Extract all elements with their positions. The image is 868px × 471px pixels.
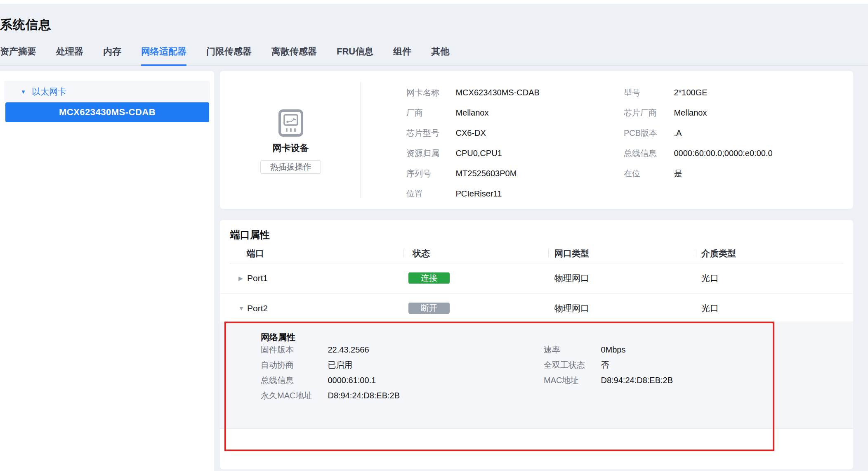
sidebar-group-ethernet[interactable]: ▼ 以太网卡 [4, 81, 210, 102]
property-value: MCX623430MS-CDAB [455, 83, 539, 103]
network-props-left: 固件版本 22.43.2566 自动协商 已启用 总线信息 0000:61:00… [261, 342, 400, 403]
property-value: 已启用 [328, 357, 352, 373]
property-value: 22.43.2566 [328, 342, 369, 357]
property-value: 0000:60:00.0;0000:e0:00.0 [674, 143, 772, 163]
property-value: D8:94:24:D8:EB:2B [601, 373, 673, 388]
page-title: 系统信息 [0, 17, 51, 33]
property-label: PCB版本 [624, 123, 672, 143]
property-row: 序列号 MT2525603P0M [406, 163, 540, 184]
property-row: 资源归属 CPU0,CPU1 [406, 143, 540, 163]
tab-item[interactable]: 资产摘要 [0, 43, 36, 65]
port-status-cell: 断开 [408, 293, 450, 323]
adapter-props-left: 网卡名称 MCX623430MS-CDAB 厂商 Mellanox 芯片型号 C… [406, 83, 540, 204]
expander-icon: ▶ [238, 263, 243, 293]
port-row[interactable]: ▶ Port1 连接 物理网口 光口 [220, 263, 853, 293]
tab-item[interactable]: FRU信息 [337, 43, 373, 65]
status-badge: 断开 [408, 303, 450, 314]
tab-item[interactable]: 网络适配器 [141, 43, 186, 66]
property-label: 永久MAC地址 [261, 388, 326, 403]
property-label: 资源归属 [406, 143, 454, 163]
port-type-cell: 物理网口 [554, 263, 589, 293]
chevron-down-icon[interactable]: ▼ [21, 89, 26, 95]
tab-item[interactable]: 内存 [103, 43, 121, 65]
sidebar-item-selected-adapter[interactable]: MCX623430MS-CDAB [5, 102, 209, 122]
port-name-cell: Port1 [247, 263, 268, 293]
column-separator [403, 249, 403, 257]
expander-icon: ▼ [238, 293, 244, 323]
panel-bottom-line [220, 428, 853, 429]
property-value: CPU0,CPU1 [455, 143, 502, 163]
property-label: 厂商 [406, 103, 454, 123]
property-row: 芯片型号 CX6-DX [406, 123, 540, 143]
property-label: 在位 [624, 163, 672, 184]
property-value: CX6-DX [455, 123, 486, 143]
tab-item[interactable]: 其他 [431, 43, 449, 65]
property-label: 全双工状态 [544, 357, 599, 373]
tab-bar: 资产摘要 处理器 内存 网络适配器 门限传感器 离散传感器 FRU信息 组件 其… [0, 43, 868, 66]
property-row: 总线信息 0000:60:00.0;0000:e0:00.0 [624, 143, 773, 163]
property-value: PCIeRiser11 [455, 184, 502, 204]
property-row: 自动协商 已启用 [261, 357, 400, 373]
property-row: 永久MAC地址 D8:94:24:D8:EB:2B [261, 388, 400, 403]
device-name-label: 网卡设备 [260, 142, 321, 154]
device-block: 网卡设备 热插拔操作 [260, 108, 321, 174]
tab-item[interactable]: 门限传感器 [206, 43, 252, 65]
property-label: 芯片型号 [406, 123, 454, 143]
column-separator [696, 249, 696, 257]
col-header-media: 介质类型 [701, 248, 736, 259]
port2-expanded-panel: 网络属性 固件版本 22.43.2566 自动协商 已启用 总线信息 0000:… [220, 322, 853, 428]
property-row: 固件版本 22.43.2566 [261, 342, 400, 357]
property-value: MT2525603P0M [455, 163, 517, 184]
property-value: D8:94:24:D8:EB:2B [328, 388, 400, 403]
port-table-header: 端口 状态 网口类型 介质类型 [220, 248, 853, 260]
port-media-cell: 光口 [701, 263, 719, 293]
property-label: 总线信息 [624, 143, 672, 163]
sidebar-group-label: 以太网卡 [32, 86, 66, 97]
property-value: 2*100GE [674, 83, 707, 103]
property-value: 否 [601, 357, 609, 373]
property-row: MAC地址 D8:94:24:D8:EB:2B [544, 373, 673, 388]
col-header-status: 状态 [413, 248, 430, 259]
adapter-props-right: 型号 2*100GE 芯片厂商 Mellanox PCB版本 .A 总线信息 0… [624, 83, 773, 184]
property-label: 自动协商 [261, 357, 326, 373]
property-row: 厂商 Mellanox [406, 103, 540, 123]
property-label: 速率 [544, 342, 599, 357]
tab-item[interactable]: 离散传感器 [271, 43, 317, 65]
property-label: 型号 [624, 83, 672, 103]
port-row[interactable]: ▼ Port2 断开 物理网口 光口 [220, 293, 853, 323]
sidebar: ▼ 以太网卡 MCX623430MS-CDAB [0, 71, 214, 471]
row-separator [220, 293, 853, 293]
port-section-title: 端口属性 [230, 228, 270, 241]
port-type-cell: 物理网口 [554, 293, 589, 323]
property-row: 网卡名称 MCX623430MS-CDAB [406, 83, 540, 103]
property-label: 固件版本 [261, 342, 326, 357]
tab-item[interactable]: 处理器 [56, 43, 83, 65]
property-row: 速率 0Mbps [544, 342, 673, 357]
property-value: 0Mbps [601, 342, 625, 357]
hotplug-button[interactable]: 热插拔操作 [260, 160, 321, 174]
port-status-cell: 连接 [408, 263, 450, 293]
property-row: PCB版本 .A [624, 123, 773, 143]
property-row: 位置 PCIeRiser11 [406, 184, 540, 204]
property-label: 位置 [406, 184, 454, 204]
property-row: 全双工状态 否 [544, 357, 673, 373]
tab-item[interactable]: 组件 [393, 43, 411, 65]
column-separator [548, 249, 549, 257]
property-value: 0000:61:00.1 [328, 373, 376, 388]
property-value: .A [674, 123, 682, 143]
port-name-cell: Port2 [247, 293, 268, 323]
property-value: Mellanox [455, 103, 488, 123]
property-label: 总线信息 [261, 373, 326, 388]
network-card-icon [276, 108, 306, 138]
property-label: MAC地址 [544, 373, 599, 388]
status-badge: 连接 [408, 272, 450, 284]
property-value: Mellanox [674, 103, 707, 123]
network-props-title: 网络属性 [261, 331, 295, 343]
port-media-cell: 光口 [701, 293, 719, 323]
col-header-port: 端口 [247, 248, 264, 259]
property-row: 型号 2*100GE [624, 83, 773, 103]
network-props-right: 速率 0Mbps 全双工状态 否 MAC地址 D8:94:24:D8:EB:2B [544, 342, 673, 388]
property-row: 在位 是 [624, 163, 773, 184]
property-row: 芯片厂商 Mellanox [624, 103, 773, 123]
property-label: 芯片厂商 [624, 103, 672, 123]
